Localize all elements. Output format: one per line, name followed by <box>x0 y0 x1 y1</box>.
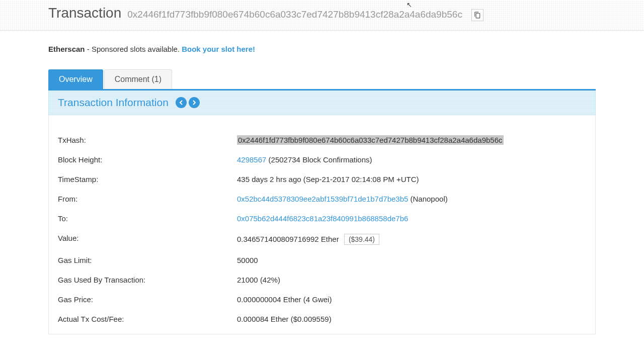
value-timestamp: 435 days 2 hrs ago (Sep-21-2017 02:14:08… <box>237 175 586 184</box>
row-block-height: Block Height: 4298567 (2502734 Block Con… <box>58 150 586 169</box>
chevron-right-icon <box>192 100 196 105</box>
copy-icon <box>474 12 481 19</box>
sponsor-brand: Etherscan <box>48 45 85 53</box>
label-block-height: Block Height: <box>58 155 237 164</box>
label-timestamp: TimeStamp: <box>58 175 237 184</box>
value-usd: ($39.44) <box>344 234 379 245</box>
sponsor-text: - Sponsored slots available. <box>85 45 182 53</box>
transaction-info-table: TxHash: 0x2446f1fd773fbb9f080e674b60c6a0… <box>48 115 596 334</box>
value-txhash: 0x2446f1fd773fbb9f080e674b60c6a033c7ed74… <box>237 135 504 145</box>
link-block-height[interactable]: 4298567 <box>237 155 266 164</box>
row-to: To: 0x075b62d444f6823c81a23f840991b86885… <box>58 209 586 228</box>
prev-tx-button[interactable] <box>176 97 187 108</box>
label-tx-cost: Actual Tx Cost/Fee: <box>58 315 237 323</box>
value-from-suffix: (Nanopool) <box>408 195 447 203</box>
copy-hash-button[interactable] <box>471 9 484 21</box>
value-gas-price: 0.000000004 Ether (4 Gwei) <box>237 295 586 304</box>
page-header: Transaction 0x2446f1fd773fbb9f080e674b60… <box>0 0 644 31</box>
link-to-address[interactable]: 0x075b62d444f6823c81a23f840991b868858de7… <box>237 214 408 223</box>
label-to: To: <box>58 214 237 223</box>
label-gas-price: Gas Price: <box>58 295 237 304</box>
value-block-confirmations: (2502734 Block Confirmations) <box>266 155 372 164</box>
page-title: Transaction <box>48 5 121 21</box>
tab-comment[interactable]: Comment (1) <box>104 69 172 89</box>
sponsor-link[interactable]: Book your slot here! <box>182 45 255 53</box>
label-gas-used: Gas Used By Transaction: <box>58 276 237 284</box>
chevron-left-icon <box>179 100 183 105</box>
row-from: From: 0x52bc44d5378309ee2abf1539bf71de1b… <box>58 189 586 209</box>
sponsor-message: Etherscan - Sponsored slots available. B… <box>48 45 596 53</box>
row-timestamp: TimeStamp: 435 days 2 hrs ago (Sep-21-20… <box>58 169 586 189</box>
row-txhash: TxHash: 0x2446f1fd773fbb9f080e674b60c6a0… <box>58 130 586 150</box>
panel-title: Transaction Information <box>58 97 169 109</box>
row-gas-limit: Gas Limit: 50000 <box>58 250 586 270</box>
row-gas-used: Gas Used By Transaction: 21000 (42%) <box>58 270 586 290</box>
page-title-hash: 0x2446f1fd773fbb9f080e674b60c6a033c7ed74… <box>127 9 462 20</box>
row-value: Value: 0.346571400809716992 Ether ($39.4… <box>58 228 586 250</box>
panel-header: Transaction Information <box>48 90 596 115</box>
value-tx-cost: 0.000084 Ether ($0.009559) <box>237 315 586 323</box>
row-gas-price: Gas Price: 0.000000004 Ether (4 Gwei) <box>58 290 586 309</box>
label-from: From: <box>58 195 237 203</box>
value-ether: 0.346571400809716992 Ether <box>237 235 339 243</box>
label-value: Value: <box>58 234 237 245</box>
value-gas-limit: 50000 <box>237 256 586 264</box>
tab-overview[interactable]: Overview <box>48 69 103 89</box>
tabs-bar: Overview Comment (1) <box>48 69 596 90</box>
link-from-address[interactable]: 0x52bc44d5378309ee2abf1539bf71de1b7d7be3… <box>237 195 408 203</box>
row-tx-cost: Actual Tx Cost/Fee: 0.000084 Ether ($0.0… <box>58 309 586 329</box>
next-tx-button[interactable] <box>189 97 200 108</box>
label-gas-limit: Gas Limit: <box>58 256 237 264</box>
value-gas-used: 21000 (42%) <box>237 276 586 284</box>
label-txhash: TxHash: <box>58 136 237 144</box>
